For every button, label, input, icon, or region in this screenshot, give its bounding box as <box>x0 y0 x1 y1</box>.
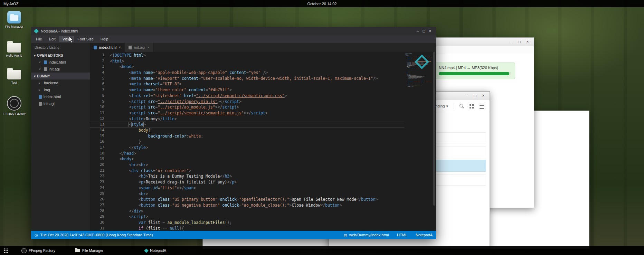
code-line[interactable]: 12 <title>Dummy</title> <box>90 116 404 122</box>
tree-folder-backend[interactable]: ▸ backend <box>31 79 90 86</box>
code-line[interactable]: 2<html> <box>90 58 404 64</box>
close-icon[interactable]: × <box>39 67 42 71</box>
notepada-logo-icon <box>144 248 149 253</box>
maximize-button[interactable]: □ <box>472 93 478 98</box>
menu-file[interactable]: File <box>32 36 46 42</box>
close-icon[interactable]: × <box>39 60 42 64</box>
toolbar-divider <box>454 103 454 109</box>
desktop: My ArOZ October 20 14:02 File Manager He… <box>0 0 644 255</box>
app-launcher-icon[interactable] <box>3 248 8 253</box>
taskbar-item-ffmpeg-factory[interactable]: FFmpeg Factory <box>21 248 55 253</box>
line-number: 25 <box>90 191 110 197</box>
code-line[interactable]: 7 <meta name="theme-color" content="#4b7… <box>90 87 404 93</box>
menu-font-size[interactable]: Font Size <box>74 36 97 42</box>
code-line[interactable]: 31 if (flist == null){ <box>90 226 404 231</box>
folder-icon <box>75 249 80 252</box>
code-line[interactable]: 15 background-color:white; <box>90 133 404 139</box>
code-line[interactable]: 20 <br><br> <box>90 162 404 168</box>
code-area[interactable]: 1<!DOCTYPE html>2<html>3 <head>4 <meta n… <box>90 52 436 231</box>
agi-file-icon <box>39 102 42 106</box>
code-line[interactable]: 10 <script src="../script/ao_module.js">… <box>90 104 404 110</box>
code-line[interactable]: 28 </div> <box>90 208 404 214</box>
code-line[interactable]: 4 <meta name="apple-mobile-web-app-capab… <box>90 70 404 76</box>
search-icon[interactable] <box>460 104 464 108</box>
code-line[interactable]: 11 <script src="../script/semantic/seman… <box>90 110 404 116</box>
code-line[interactable]: 22 <h3>This is a Dummy Testing Module</h… <box>90 173 404 179</box>
close-button[interactable]: × <box>481 93 486 98</box>
line-number: 10 <box>90 104 110 110</box>
tab-init-agi[interactable]: init.agi × <box>125 43 153 52</box>
code-line[interactable]: 1<!DOCTYPE html> <box>90 53 404 58</box>
code-line[interactable]: 21 <div class="ui container"> <box>90 168 404 174</box>
code-line[interactable]: 8 <link rel="stylesheet" href="../script… <box>90 93 404 99</box>
taskbar-item-notepada[interactable]: NotepadA <box>145 248 166 253</box>
chevron-collapsed-icon: ▸ <box>39 88 42 92</box>
conversion-progress-track <box>439 72 511 75</box>
code-line[interactable]: 19 <body> <box>90 156 404 162</box>
taskbar-item-file-manager[interactable]: File Manager <box>75 248 103 253</box>
code-line[interactable]: 14 body{ <box>90 128 404 133</box>
code-line[interactable]: 13 <style> <box>90 122 404 128</box>
desktop-icon-test[interactable]: Test <box>3 70 26 84</box>
tree-file-init-agi[interactable]: init.agi <box>31 100 90 107</box>
tab-close-icon[interactable]: × <box>119 46 121 49</box>
tree-file-index-html[interactable]: index.html <box>31 93 90 100</box>
maximize-button[interactable]: □ <box>517 39 522 44</box>
tab-close-icon[interactable]: × <box>148 46 149 49</box>
maximize-button[interactable]: □ <box>421 29 427 34</box>
code-line[interactable]: 27 <button class="ui negative button" on… <box>90 202 404 208</box>
section-open-editors[interactable]: ▾ OPEN EDITORS <box>31 52 90 59</box>
open-editor-init-agi[interactable]: × init.agi <box>31 66 90 73</box>
desktop-icon-file-manager[interactable]: File Manager <box>3 11 26 28</box>
status-language[interactable]: HTML <box>397 233 407 237</box>
minimize-button[interactable]: – <box>415 29 421 34</box>
code-line[interactable]: 30 var flist = ao_module_loadInputFiles(… <box>90 220 404 226</box>
line-number: 15 <box>90 133 110 139</box>
close-button[interactable]: × <box>525 39 530 44</box>
code-line[interactable]: 24 <span id="flist"></span> <box>90 185 404 191</box>
status-app-name: NotepadA <box>416 233 433 237</box>
menu-view[interactable]: View <box>59 36 74 42</box>
code-line[interactable]: 18 </head> <box>90 151 404 157</box>
close-button[interactable]: × <box>427 29 433 34</box>
tree-folder-img[interactable]: ▸ img <box>31 86 90 93</box>
scrollbar-thumb[interactable] <box>433 52 435 206</box>
code-line[interactable]: 23 <p>Received drag-in filelist (if any)… <box>90 179 404 185</box>
code-line[interactable]: 9 <script src="../script/jquery.min.js">… <box>90 99 404 105</box>
editor-scrollbar[interactable] <box>433 52 436 231</box>
list-view-icon[interactable] <box>480 104 484 109</box>
file-label: index.html <box>44 95 61 99</box>
section-dummy[interactable]: ▾ DUMMY <box>31 73 90 79</box>
desktop-icon-hello-world[interactable]: Hello World <box>3 43 26 57</box>
folder-icon <box>7 70 21 79</box>
code-line[interactable]: 25 <br> <box>90 191 404 197</box>
code-line[interactable]: 26 <button class="ui primary button" onc… <box>90 197 404 202</box>
menu-help[interactable]: Help <box>97 36 112 42</box>
folder-icon <box>7 43 21 53</box>
html-file-icon <box>39 95 42 99</box>
code-line[interactable]: 16 } <box>90 139 404 145</box>
code-line[interactable]: 5 <meta name="viewport" content="user-sc… <box>90 76 404 82</box>
minimize-button[interactable]: – <box>464 93 470 98</box>
tab-label: init.agi <box>134 45 145 49</box>
conversion-progress-fill <box>439 72 509 75</box>
taskbar: FFmpeg Factory File Manager NotepadA <box>0 246 644 255</box>
code-line[interactable]: 6 <meta charset="UTF-8"> <box>90 81 404 87</box>
notepada-logo-icon <box>34 29 39 34</box>
code-line[interactable]: 17 </style> <box>90 145 404 151</box>
open-editor-index-html[interactable]: × index.html <box>31 59 90 66</box>
code-lines[interactable]: 1<!DOCTYPE html>2<html>3 <head>4 <meta n… <box>90 52 404 231</box>
code-line[interactable]: 29 <script> <box>90 214 404 220</box>
status-file-path[interactable]: web/Dummy/index.html <box>349 233 389 237</box>
desktop-icon-ffmpeg-factory[interactable]: FFmpeg Factory <box>3 96 26 115</box>
directory-sidebar: Directory Listing ▾ OPEN EDITORS × index… <box>31 43 90 231</box>
notepada-titlebar[interactable]: NotepadA - index.html – □ × <box>31 27 436 35</box>
desktop-icon-label: FFmpeg Factory <box>3 112 26 115</box>
minimize-button[interactable]: – <box>508 39 514 44</box>
minimap[interactable]: <!DOCTYPE html><html> <head> <meta name=… <box>404 52 433 231</box>
menu-edit[interactable]: Edit <box>46 36 59 42</box>
tab-index-html[interactable]: index.html × <box>90 43 125 52</box>
grid-view-icon[interactable] <box>470 104 474 108</box>
line-number: 21 <box>90 168 110 174</box>
code-line[interactable]: 3 <head> <box>90 64 404 70</box>
